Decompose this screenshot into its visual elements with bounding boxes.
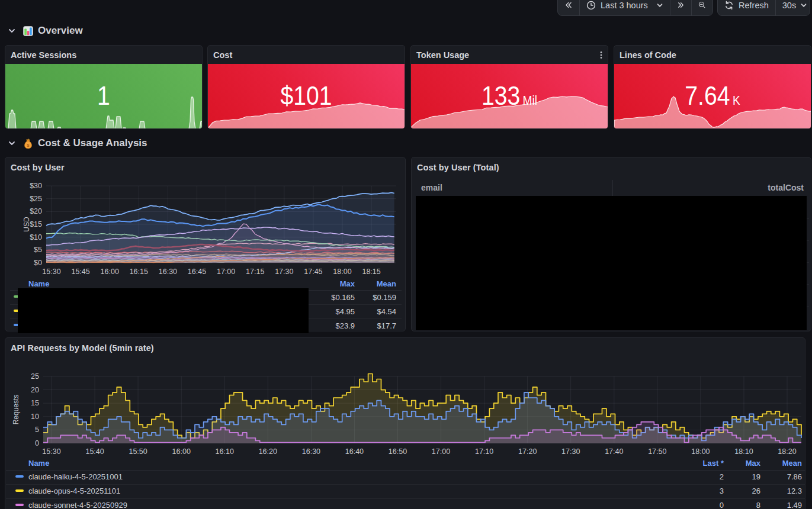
svg-text:$10: $10 bbox=[30, 233, 42, 241]
svg-text:15:30: 15:30 bbox=[42, 447, 60, 456]
svg-text:$20: $20 bbox=[30, 207, 42, 215]
svg-text:18:20: 18:20 bbox=[778, 447, 796, 456]
svg-text:18:10: 18:10 bbox=[734, 447, 753, 456]
svg-text:17:10: 17:10 bbox=[475, 447, 493, 456]
svg-text:16:10: 16:10 bbox=[216, 447, 234, 456]
svg-text:17:15: 17:15 bbox=[246, 268, 264, 276]
svg-text:$0: $0 bbox=[34, 259, 42, 267]
svg-text:18:00: 18:00 bbox=[333, 268, 351, 276]
svg-text:16:30: 16:30 bbox=[302, 447, 320, 456]
svg-text:16:00: 16:00 bbox=[172, 447, 191, 456]
svg-text:16:50: 16:50 bbox=[389, 447, 407, 456]
svg-text:17:30: 17:30 bbox=[561, 447, 580, 456]
svg-text:15:30: 15:30 bbox=[42, 268, 60, 276]
svg-text:17:00: 17:00 bbox=[432, 447, 450, 456]
svg-text:15:40: 15:40 bbox=[85, 447, 104, 456]
svg-text:$25: $25 bbox=[30, 195, 42, 203]
svg-text:16:15: 16:15 bbox=[130, 268, 148, 276]
svg-text:5: 5 bbox=[35, 426, 39, 434]
svg-text:17:30: 17:30 bbox=[275, 268, 293, 276]
svg-text:$15: $15 bbox=[30, 220, 42, 228]
svg-text:16:40: 16:40 bbox=[345, 447, 364, 456]
svg-text:0: 0 bbox=[35, 439, 39, 447]
svg-text:17:50: 17:50 bbox=[648, 447, 666, 456]
svg-text:16:45: 16:45 bbox=[188, 268, 206, 276]
svg-text:16:20: 16:20 bbox=[259, 447, 277, 456]
svg-text:15:45: 15:45 bbox=[71, 268, 89, 276]
svg-text:20: 20 bbox=[31, 386, 39, 394]
svg-text:USD: USD bbox=[23, 217, 31, 232]
svg-text:16:30: 16:30 bbox=[159, 268, 177, 276]
svg-text:$30: $30 bbox=[30, 182, 42, 190]
svg-text:15: 15 bbox=[31, 399, 39, 407]
svg-text:$: $ bbox=[27, 143, 30, 148]
svg-text:17:00: 17:00 bbox=[217, 268, 235, 276]
svg-text:15:50: 15:50 bbox=[129, 447, 147, 456]
svg-text:16:00: 16:00 bbox=[101, 268, 119, 276]
svg-text:18:00: 18:00 bbox=[691, 447, 710, 456]
svg-text:17:45: 17:45 bbox=[304, 268, 322, 276]
svg-text:$5: $5 bbox=[34, 246, 42, 254]
svg-text:Requests: Requests bbox=[12, 395, 20, 425]
svg-text:18:15: 18:15 bbox=[362, 268, 380, 276]
svg-text:17:20: 17:20 bbox=[518, 447, 537, 456]
svg-text:17:40: 17:40 bbox=[605, 447, 623, 456]
svg-text:10: 10 bbox=[31, 413, 39, 421]
svg-text:25: 25 bbox=[31, 372, 39, 381]
